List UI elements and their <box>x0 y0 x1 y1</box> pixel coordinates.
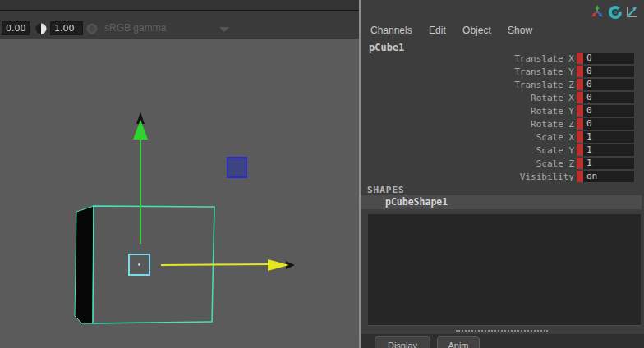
channel-label[interactable]: Translate Z <box>361 80 577 90</box>
channel-row: Scale Y 1 <box>361 144 644 157</box>
channel-row: Scale X 1 <box>361 130 644 144</box>
channel-value-field[interactable]: 1 <box>583 158 634 169</box>
channel-lock-indicator[interactable] <box>577 144 583 156</box>
channel-lock-indicator[interactable] <box>577 118 583 130</box>
gauge-icon[interactable] <box>608 3 623 20</box>
channel-row: Rotate Z 0 <box>361 117 644 130</box>
channel-lock-indicator[interactable] <box>577 105 583 117</box>
scene-overlay <box>0 0 359 348</box>
channel-lock-indicator[interactable] <box>577 66 583 77</box>
drag-handle[interactable] <box>456 330 548 332</box>
viewport-panel: sRGB gamma <box>0 0 359 348</box>
channel-row: Translate X 0 <box>361 52 644 65</box>
channel-box-menubar: Channels Edit Object Show <box>370 25 546 38</box>
cube-side-face[interactable] <box>75 206 94 323</box>
channel-row: Scale Z 1 <box>361 157 644 170</box>
channel-label[interactable]: Visibility <box>361 172 577 182</box>
maya-window: sRGB gamma <box>0 0 644 348</box>
menu-show[interactable]: Show <box>508 25 532 36</box>
manipulator-plane-handle[interactable] <box>228 158 246 177</box>
tab-display[interactable]: Display <box>375 336 430 348</box>
channel-lock-indicator[interactable] <box>577 53 583 64</box>
channel-value-field[interactable]: 0 <box>583 66 634 77</box>
channel-row: Rotate X 0 <box>361 91 644 104</box>
shape-node-row[interactable]: pCubeShape1 <box>361 195 642 209</box>
channel-label[interactable]: Scale Y <box>361 145 577 156</box>
manipulator-center-dot <box>138 263 140 266</box>
channel-label[interactable]: Rotate X <box>361 93 577 103</box>
channel-value-field[interactable]: 1 <box>583 131 634 143</box>
menu-edit[interactable]: Edit <box>429 25 446 36</box>
menu-object[interactable]: Object <box>462 25 491 36</box>
channel-label[interactable]: Translate Y <box>361 66 577 77</box>
manipulator-y-cone[interactable] <box>133 120 148 140</box>
channel-value-field[interactable]: on <box>583 171 634 182</box>
manipulator-x-axis[interactable] <box>161 264 273 265</box>
shape-attributes-area[interactable] <box>368 214 641 326</box>
triad-icon[interactable] <box>590 3 605 20</box>
channel-label[interactable]: Rotate Y <box>361 106 577 117</box>
graph-icon[interactable] <box>624 3 639 20</box>
channel-value-field[interactable]: 0 <box>583 79 634 90</box>
channel-value-field[interactable]: 0 <box>583 118 634 130</box>
channel-row: Translate Y 0 <box>361 65 644 78</box>
channel-lock-indicator[interactable] <box>577 158 583 169</box>
channel-lock-indicator[interactable] <box>577 79 583 90</box>
channel-row: Visibility on <box>361 170 644 183</box>
channel-box-panel: Channels Edit Object Show pCube1 Transla… <box>361 0 644 348</box>
channel-value-field[interactable]: 0 <box>583 53 634 64</box>
channel-value-field[interactable]: 1 <box>583 144 634 156</box>
layer-editor-tabstrip: Display Anim <box>361 334 644 348</box>
channel-value-field[interactable]: 0 <box>583 105 634 117</box>
channel-row: Rotate Y 0 <box>361 104 644 117</box>
channel-rows: Translate X 0 Translate Y 0 Translate Z … <box>361 52 644 183</box>
channel-lock-indicator[interactable] <box>577 171 583 182</box>
channel-label[interactable]: Scale X <box>361 132 577 143</box>
channel-label[interactable]: Rotate Z <box>361 119 577 130</box>
shapes-section-header: SHAPES <box>367 185 405 195</box>
menu-channels[interactable]: Channels <box>370 25 412 36</box>
channel-label[interactable]: Translate X <box>361 53 577 64</box>
channel-lock-indicator[interactable] <box>577 131 583 143</box>
channel-value-field[interactable]: 0 <box>583 92 634 103</box>
channel-label[interactable]: Scale Z <box>361 158 577 169</box>
channel-row: Translate Z 0 <box>361 78 644 91</box>
channel-lock-indicator[interactable] <box>577 92 583 103</box>
tab-anim[interactable]: Anim <box>437 336 480 348</box>
